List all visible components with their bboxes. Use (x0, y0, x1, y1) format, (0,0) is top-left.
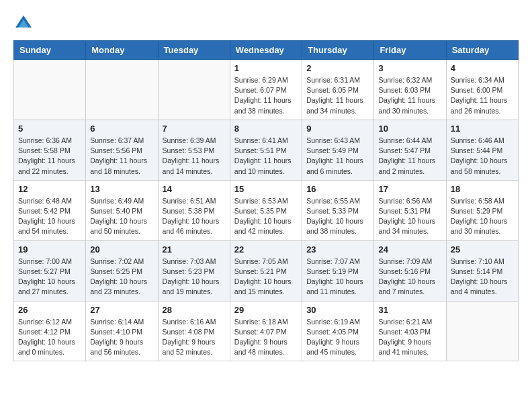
day-info: Sunrise: 7:05 AMSunset: 5:21 PMDaylight:… (234, 257, 298, 298)
calendar-cell: 25Sunrise: 7:10 AMSunset: 5:14 PMDayligh… (446, 240, 518, 301)
day-info: Sunrise: 6:41 AMSunset: 5:51 PMDaylight:… (234, 136, 298, 177)
weekday-header-wednesday: Wednesday (230, 41, 302, 60)
day-number: 2 (306, 63, 369, 73)
day-number: 22 (234, 244, 298, 255)
day-number: 23 (306, 244, 369, 255)
day-info: Sunrise: 6:12 AMSunset: 4:12 PMDaylight:… (18, 317, 81, 358)
day-info: Sunrise: 6:21 AMSunset: 4:03 PMDaylight:… (378, 317, 441, 358)
calendar-cell: 21Sunrise: 7:03 AMSunset: 5:23 PMDayligh… (158, 240, 230, 301)
day-number: 18 (451, 184, 514, 194)
day-number: 5 (18, 124, 81, 134)
day-number: 31 (378, 305, 441, 315)
day-info: Sunrise: 6:51 AMSunset: 5:38 PMDaylight:… (163, 196, 226, 237)
calendar-cell: 8Sunrise: 6:41 AMSunset: 5:51 PMDaylight… (230, 120, 302, 180)
day-info: Sunrise: 7:02 AMSunset: 5:25 PMDaylight:… (90, 257, 153, 298)
day-number: 30 (306, 305, 369, 315)
day-number: 26 (18, 305, 81, 315)
day-info: Sunrise: 6:46 AMSunset: 5:44 PMDaylight:… (451, 136, 514, 177)
day-info: Sunrise: 6:18 AMSunset: 4:07 PMDaylight:… (234, 317, 298, 358)
calendar-cell (158, 60, 230, 120)
calendar-cell: 1Sunrise: 6:29 AMSunset: 6:07 PMDaylight… (230, 60, 302, 120)
day-number: 21 (163, 244, 226, 255)
day-info: Sunrise: 6:43 AMSunset: 5:49 PMDaylight:… (306, 136, 369, 177)
weekday-header-tuesday: Tuesday (158, 41, 230, 60)
weekday-header-sunday: Sunday (14, 41, 86, 60)
day-number: 12 (18, 184, 81, 194)
day-number: 16 (306, 184, 369, 194)
calendar-cell: 9Sunrise: 6:43 AMSunset: 5:49 PMDaylight… (302, 120, 374, 180)
calendar-cell: 30Sunrise: 6:19 AMSunset: 4:05 PMDayligh… (302, 301, 374, 361)
calendar-cell: 7Sunrise: 6:39 AMSunset: 5:53 PMDaylight… (158, 120, 230, 180)
day-number: 19 (18, 244, 81, 255)
day-info: Sunrise: 7:09 AMSunset: 5:16 PMDaylight:… (378, 257, 441, 298)
day-info: Sunrise: 6:16 AMSunset: 4:08 PMDaylight:… (163, 317, 226, 358)
day-info: Sunrise: 6:53 AMSunset: 5:35 PMDaylight:… (234, 196, 298, 237)
calendar-cell: 29Sunrise: 6:18 AMSunset: 4:07 PMDayligh… (230, 301, 302, 361)
calendar-cell (446, 301, 518, 361)
calendar-cell: 16Sunrise: 6:55 AMSunset: 5:33 PMDayligh… (302, 180, 374, 240)
calendar-cell: 6Sunrise: 6:37 AMSunset: 5:56 PMDaylight… (86, 120, 158, 180)
day-number: 4 (451, 63, 514, 73)
calendar-week-row: 5Sunrise: 6:36 AMSunset: 5:58 PMDaylight… (14, 120, 519, 180)
logo (13, 13, 36, 34)
day-number: 29 (234, 305, 298, 315)
calendar-cell: 4Sunrise: 6:34 AMSunset: 6:00 PMDaylight… (446, 60, 518, 120)
day-info: Sunrise: 6:58 AMSunset: 5:29 PMDaylight:… (451, 196, 514, 237)
day-number: 11 (451, 124, 514, 134)
day-info: Sunrise: 6:29 AMSunset: 6:07 PMDaylight:… (234, 75, 298, 116)
weekday-header-monday: Monday (86, 41, 158, 60)
calendar-cell: 12Sunrise: 6:48 AMSunset: 5:42 PMDayligh… (14, 180, 86, 240)
day-number: 1 (234, 63, 298, 73)
day-number: 14 (163, 184, 226, 194)
day-info: Sunrise: 6:55 AMSunset: 5:33 PMDaylight:… (306, 196, 369, 237)
day-info: Sunrise: 7:00 AMSunset: 5:27 PMDaylight:… (18, 257, 81, 298)
day-info: Sunrise: 7:07 AMSunset: 5:19 PMDaylight:… (306, 257, 369, 298)
day-number: 8 (234, 124, 298, 134)
calendar-week-row: 1Sunrise: 6:29 AMSunset: 6:07 PMDaylight… (14, 60, 519, 120)
calendar-cell: 14Sunrise: 6:51 AMSunset: 5:38 PMDayligh… (158, 180, 230, 240)
calendar-week-row: 26Sunrise: 6:12 AMSunset: 4:12 PMDayligh… (14, 301, 519, 361)
calendar-cell: 3Sunrise: 6:32 AMSunset: 6:03 PMDaylight… (374, 60, 446, 120)
day-number: 6 (90, 124, 153, 134)
day-info: Sunrise: 6:14 AMSunset: 4:10 PMDaylight:… (90, 317, 153, 358)
day-info: Sunrise: 7:03 AMSunset: 5:23 PMDaylight:… (163, 257, 226, 298)
calendar-cell: 11Sunrise: 6:46 AMSunset: 5:44 PMDayligh… (446, 120, 518, 180)
day-number: 28 (163, 305, 226, 315)
calendar-cell: 22Sunrise: 7:05 AMSunset: 5:21 PMDayligh… (230, 240, 302, 301)
calendar-cell: 31Sunrise: 6:21 AMSunset: 4:03 PMDayligh… (374, 301, 446, 361)
day-number: 20 (90, 244, 153, 255)
day-info: Sunrise: 6:36 AMSunset: 5:58 PMDaylight:… (18, 136, 81, 177)
calendar-cell: 15Sunrise: 6:53 AMSunset: 5:35 PMDayligh… (230, 180, 302, 240)
day-number: 25 (451, 244, 514, 255)
calendar-cell: 13Sunrise: 6:49 AMSunset: 5:40 PMDayligh… (86, 180, 158, 240)
day-number: 7 (163, 124, 226, 134)
weekday-header-row: SundayMondayTuesdayWednesdayThursdayFrid… (14, 41, 519, 60)
calendar-cell: 28Sunrise: 6:16 AMSunset: 4:08 PMDayligh… (158, 301, 230, 361)
calendar-cell: 23Sunrise: 7:07 AMSunset: 5:19 PMDayligh… (302, 240, 374, 301)
day-number: 13 (90, 184, 153, 194)
day-number: 3 (378, 63, 441, 73)
day-number: 10 (378, 124, 441, 134)
day-number: 24 (378, 244, 441, 255)
day-info: Sunrise: 6:37 AMSunset: 5:56 PMDaylight:… (90, 136, 153, 177)
day-info: Sunrise: 6:32 AMSunset: 6:03 PMDaylight:… (378, 75, 441, 116)
calendar-table: SundayMondayTuesdayWednesdayThursdayFrid… (13, 40, 519, 361)
day-info: Sunrise: 7:10 AMSunset: 5:14 PMDaylight:… (451, 257, 514, 298)
day-info: Sunrise: 6:56 AMSunset: 5:31 PMDaylight:… (378, 196, 441, 237)
calendar-cell: 18Sunrise: 6:58 AMSunset: 5:29 PMDayligh… (446, 180, 518, 240)
day-info: Sunrise: 6:39 AMSunset: 5:53 PMDaylight:… (163, 136, 226, 177)
day-number: 9 (306, 124, 369, 134)
day-info: Sunrise: 6:44 AMSunset: 5:47 PMDaylight:… (378, 136, 441, 177)
day-info: Sunrise: 6:34 AMSunset: 6:00 PMDaylight:… (451, 75, 514, 116)
calendar-cell: 26Sunrise: 6:12 AMSunset: 4:12 PMDayligh… (14, 301, 86, 361)
weekday-header-thursday: Thursday (302, 41, 374, 60)
calendar-cell (86, 60, 158, 120)
calendar-week-row: 12Sunrise: 6:48 AMSunset: 5:42 PMDayligh… (14, 180, 519, 240)
calendar-cell: 5Sunrise: 6:36 AMSunset: 5:58 PMDaylight… (14, 120, 86, 180)
weekday-header-saturday: Saturday (446, 41, 518, 60)
day-info: Sunrise: 6:49 AMSunset: 5:40 PMDaylight:… (90, 196, 153, 237)
day-info: Sunrise: 6:19 AMSunset: 4:05 PMDaylight:… (306, 317, 369, 358)
day-number: 17 (378, 184, 441, 194)
calendar-cell: 24Sunrise: 7:09 AMSunset: 5:16 PMDayligh… (374, 240, 446, 301)
calendar-cell (14, 60, 86, 120)
